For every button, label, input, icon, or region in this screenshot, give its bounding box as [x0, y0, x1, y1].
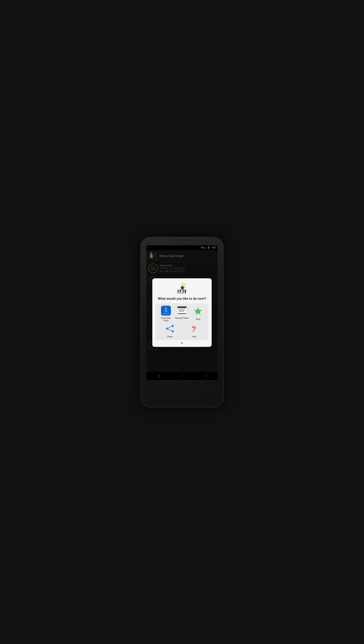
svg-rect-21 — [185, 290, 186, 292]
modal-overlay: What would you like to do next? Downl — [146, 245, 218, 380]
modal-options-grid: Download Song — [156, 303, 208, 340]
download-arrow-head — [164, 310, 168, 312]
help-icon: ? — [188, 323, 200, 334]
svg-rect-25 — [178, 306, 186, 308]
svg-rect-29 — [178, 313, 186, 314]
help-icon-svg: ? — [189, 324, 199, 333]
page-dot-1 — [181, 342, 183, 344]
download-arrow-body — [165, 307, 167, 310]
modal-title: What would you like to do next? — [158, 297, 206, 301]
download-label: Download Song — [159, 317, 173, 322]
help-label: Help — [192, 335, 196, 338]
svg-rect-20 — [183, 290, 184, 292]
phone-top — [140, 237, 224, 241]
front-camera — [181, 242, 183, 245]
svg-rect-9 — [181, 286, 184, 289]
notes-label: Musical Notes — [175, 317, 189, 319]
notes-icon — [177, 306, 187, 316]
svg-rect-15 — [181, 290, 182, 293]
speaker — [173, 239, 191, 241]
rate-option[interactable]: Rate — [191, 306, 205, 322]
screen: ▪ 4G▲ 🔋 7:52 — [146, 245, 218, 380]
rate-label: Rate — [196, 318, 200, 320]
star-icon-svg — [193, 306, 203, 316]
svg-point-23 — [185, 283, 186, 285]
notes-icon-svg — [177, 306, 187, 316]
dot-indicator — [181, 342, 183, 344]
options-row-1: Download Song — [158, 306, 206, 322]
svg-marker-30 — [194, 307, 202, 315]
modal-card: What would you like to do next? Downl — [152, 278, 212, 347]
share-icon-svg — [165, 324, 175, 333]
download-line — [163, 313, 169, 314]
download-icon — [161, 306, 171, 316]
musical-notes-option[interactable]: Musical Notes — [175, 306, 189, 322]
share-icon — [164, 323, 176, 334]
share-option[interactable]: Share — [163, 323, 177, 338]
help-option[interactable]: ? Help — [187, 323, 201, 338]
rate-icon — [192, 306, 204, 317]
phone-frame: ▪ 4G▲ 🔋 7:52 — [140, 237, 224, 407]
modal-mascot-icon — [176, 282, 188, 295]
download-option[interactable]: Download Song — [159, 306, 173, 322]
options-row-2: Share ? Help — [158, 323, 206, 338]
share-label: Share — [167, 335, 173, 338]
modal-mascot — [176, 282, 188, 295]
svg-rect-18 — [178, 290, 179, 292]
svg-line-34 — [167, 326, 173, 329]
svg-text:?: ? — [191, 325, 196, 333]
svg-line-35 — [167, 329, 173, 331]
svg-rect-19 — [180, 290, 181, 292]
